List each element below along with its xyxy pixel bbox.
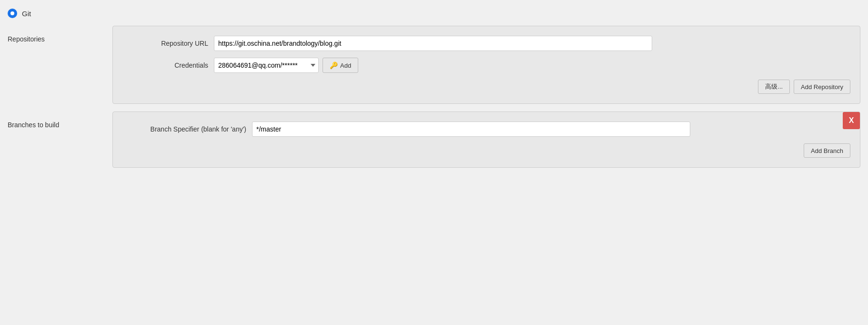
delete-branch-button[interactable]: X — [843, 112, 860, 129]
repo-url-row: Repository URL — [122, 36, 850, 51]
branch-specifier-label: Branch Specifier (blank for 'any') — [122, 125, 246, 133]
credentials-controls: 286064691@qq.com/****** 🔑 Add — [214, 58, 358, 73]
git-icon-inner — [10, 11, 14, 15]
add-repository-button[interactable]: Add Repository — [794, 80, 850, 94]
repo-panel-bottom: 高级... Add Repository — [122, 80, 850, 94]
credentials-label: Credentials — [122, 61, 208, 69]
branch-specifier-input[interactable] — [252, 122, 690, 137]
git-title: Git — [22, 10, 31, 18]
repositories-label: Repositories — [8, 26, 112, 43]
branches-label: Branches to build — [8, 112, 112, 129]
repositories-panel: Repository URL Credentials 286064691@qq.… — [112, 26, 860, 104]
credentials-select[interactable]: 286064691@qq.com/****** — [214, 58, 319, 73]
branches-panel-bottom: Add Branch — [122, 143, 850, 158]
credentials-row: Credentials 286064691@qq.com/****** 🔑 Ad… — [122, 58, 850, 73]
branch-specifier-row: Branch Specifier (blank for 'any') — [122, 122, 850, 137]
add-branch-button[interactable]: Add Branch — [804, 143, 850, 158]
repo-url-label: Repository URL — [122, 40, 208, 47]
git-icon — [8, 9, 17, 18]
branches-section: Branches to build X Branch Specifier (bl… — [0, 112, 868, 168]
add-credentials-button[interactable]: 🔑 Add — [323, 58, 358, 73]
page-wrapper: Git Repositories Repository URL Credenti… — [0, 0, 868, 180]
repo-url-input[interactable] — [214, 36, 652, 51]
branches-panel: X Branch Specifier (blank for 'any') Add… — [112, 112, 860, 168]
advanced-button[interactable]: 高级... — [758, 80, 790, 94]
repositories-section: Repositories Repository URL Credentials … — [0, 26, 868, 104]
add-credentials-label: Add — [340, 62, 351, 69]
key-icon: 🔑 — [330, 61, 338, 69]
git-header: Git — [0, 5, 868, 26]
